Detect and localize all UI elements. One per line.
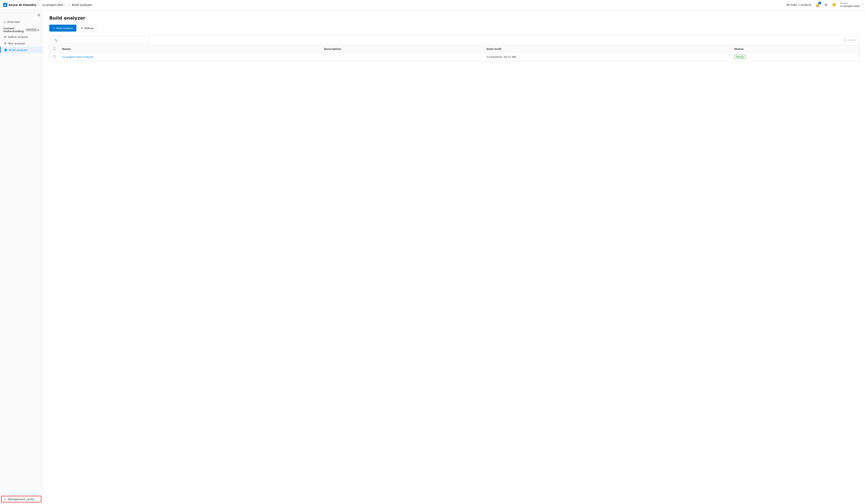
sidebar-item-management-center[interactable]: → Management center xyxy=(1,496,41,502)
project-name-crumb: cu-project-test xyxy=(42,3,63,7)
row-date-built-cell: 12/10/2024, 10:27 AM xyxy=(483,53,731,61)
table-header: Name Description Date built Status xyxy=(50,45,859,53)
row-checkbox[interactable] xyxy=(53,55,56,58)
main-content: Build analyzer ＋ Build analyzer ↻ Refres… xyxy=(43,10,866,504)
notification-badge: 1 xyxy=(818,2,821,4)
sidebar-item-label-overview: Overview xyxy=(7,20,20,23)
analyzers-table: Name Description Date built Status xyxy=(49,45,859,61)
table-header-description: Description xyxy=(321,45,483,53)
main-layout: ⊟ ⌂ Overview Content Understanding PREVI… xyxy=(0,10,866,504)
sidebar-toggle-button[interactable]: ⊟ xyxy=(37,13,40,17)
table-search-row: 🔍 🗑 Delete xyxy=(49,35,859,45)
search-icon: 🔍 xyxy=(54,38,58,42)
project-chevron-icon: ∨ xyxy=(861,4,863,6)
current-page-crumb: Build analyzer xyxy=(72,3,92,7)
table-header-checkbox-col xyxy=(50,45,59,53)
refresh-icon: ↻ xyxy=(81,27,83,30)
sidebar-section-content-understanding: Content Understanding PREVIEW ∧ xyxy=(0,25,43,34)
sidebar-item-test-analyzer[interactable]: ⚗ Test analyzer xyxy=(0,40,43,47)
table-header-date-built: Date built xyxy=(483,45,731,53)
sidebar-item-label-management-center: Management center xyxy=(8,498,35,501)
sidebar-item-label-define-schema: Define schema xyxy=(8,35,28,38)
management-center-icon: → xyxy=(4,497,6,501)
test-analyzer-icon: ⚗ xyxy=(4,42,7,45)
section-title: Content Understanding xyxy=(3,27,24,33)
define-schema-icon: ⚙ xyxy=(4,35,7,38)
table-row: cu-project-test-analyzer 12/10/2024, 10:… xyxy=(50,53,859,61)
brand[interactable]: Azure AI Foundry xyxy=(3,3,36,7)
settings-button[interactable]: ⚙ xyxy=(824,2,828,8)
sidebar-bottom: → Management center xyxy=(0,494,43,504)
row-description-cell xyxy=(321,53,483,61)
sidebar-item-label-build-analyzer: Build analyzer xyxy=(9,48,28,52)
trash-icon: 🗑 xyxy=(844,38,846,42)
brand-label: Azure AI Foundry xyxy=(9,3,36,7)
row-name-cell: cu-project-test-analyzer xyxy=(59,53,321,61)
refresh-button-label: Refresh xyxy=(85,27,94,30)
sidebar-item-build-analyzer[interactable]: 🔷 Build analyzer xyxy=(0,47,43,53)
all-hubs-link[interactable]: All hubs + projects xyxy=(786,3,811,6)
refresh-button[interactable]: ↻ Refresh xyxy=(78,25,97,31)
table-header-status: Status xyxy=(731,45,859,53)
notification-bell-button[interactable]: 🔔 1 xyxy=(815,2,820,8)
select-all-checkbox[interactable] xyxy=(53,47,56,50)
breadcrumb: Azure AI Foundry / cu-project-test ⌄ / B… xyxy=(3,3,92,7)
row-checkbox-cell xyxy=(50,53,59,61)
preview-badge: PREVIEW xyxy=(25,29,37,31)
section-chevron-icon: ∧ xyxy=(37,29,39,31)
table-header-row: Name Description Date built Status xyxy=(50,45,859,53)
top-nav: Azure AI Foundry / cu-project-test ⌄ / B… xyxy=(0,0,866,10)
delete-button-label: Delete xyxy=(847,38,855,42)
breadcrumb-project[interactable]: cu-project-test ⌄ xyxy=(42,3,66,7)
table-wrapper: 🔍 🗑 Delete Name xyxy=(49,35,859,61)
analyzer-name-link[interactable]: cu-project-test-analyzer xyxy=(62,55,94,58)
nav-right: All hubs + projects 🔔 1 ⚙ 🙂 Project cu-p… xyxy=(786,2,863,8)
project-selector-label: Project xyxy=(840,2,860,4)
sidebar-item-define-schema[interactable]: ⚙ Define schema xyxy=(0,34,43,40)
search-input[interactable] xyxy=(58,37,147,43)
breadcrumb-sep-2: / xyxy=(68,3,69,7)
breadcrumb-sep-1: / xyxy=(39,3,40,7)
overview-icon: ⌂ xyxy=(4,20,6,23)
sidebar: ⊟ ⌂ Overview Content Understanding PREVI… xyxy=(0,10,43,504)
build-analyzer-button-label: Build analyzer xyxy=(56,27,73,30)
svg-marker-0 xyxy=(4,4,6,6)
project-expand-icon: ⌄ xyxy=(64,3,66,6)
build-analyzer-button[interactable]: ＋ Build analyzer xyxy=(49,25,76,32)
table-body: cu-project-test-analyzer 12/10/2024, 10:… xyxy=(50,53,859,61)
brand-icon xyxy=(3,3,7,7)
status-badge: Ready xyxy=(734,55,746,59)
project-selector[interactable]: Project cu-project-test ∨ xyxy=(840,2,863,8)
profile-button[interactable]: 🙂 xyxy=(831,2,837,8)
plus-icon: ＋ xyxy=(53,26,55,30)
search-container: 🔍 xyxy=(52,37,150,43)
table-header-name: Name xyxy=(59,45,321,53)
delete-button[interactable]: 🗑 Delete xyxy=(842,38,857,42)
sidebar-section-label: Content Understanding PREVIEW xyxy=(3,27,37,33)
sidebar-item-label-test-analyzer: Test analyzer xyxy=(8,42,25,45)
toolbar: ＋ Build analyzer ↻ Refresh xyxy=(49,25,859,32)
build-analyzer-icon: 🔷 xyxy=(4,48,7,52)
project-selector-name: cu-project-test xyxy=(840,4,860,8)
page-title: Build analyzer xyxy=(49,15,859,21)
sidebar-top: ⊟ ⌂ Overview Content Understanding PREVI… xyxy=(0,10,43,494)
sidebar-item-overview[interactable]: ⌂ Overview xyxy=(0,19,43,25)
row-status-cell: Ready xyxy=(731,53,859,61)
sidebar-toggle-area: ⊟ xyxy=(0,11,43,19)
